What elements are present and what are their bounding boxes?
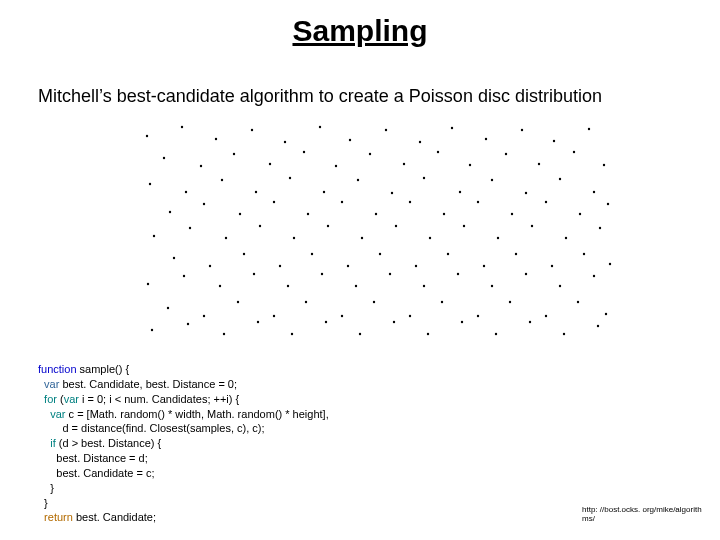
sample-point — [389, 273, 391, 275]
code-text: best. Candidate, best. Distance = 0; — [59, 378, 237, 390]
slide-title: Sampling — [0, 14, 720, 48]
sample-point — [361, 237, 363, 239]
sample-point — [441, 301, 443, 303]
sample-point — [525, 192, 527, 194]
sample-point — [419, 141, 421, 143]
code-keyword: var — [38, 408, 66, 420]
code-text: ( — [57, 393, 64, 405]
sample-point — [545, 315, 547, 317]
sample-point — [200, 165, 202, 167]
sample-point — [291, 333, 293, 335]
sample-point — [255, 191, 257, 193]
code-text: i = 0; i < num. Candidates; ++i) { — [79, 393, 239, 405]
code-block: function sample() { var best. Candidate,… — [38, 362, 329, 525]
sample-point — [583, 253, 585, 255]
sample-point — [563, 333, 565, 335]
sample-point — [529, 321, 531, 323]
sample-point — [393, 321, 395, 323]
sample-point — [167, 307, 169, 309]
sample-point — [485, 138, 487, 140]
sample-point — [429, 237, 431, 239]
sample-point — [243, 253, 245, 255]
code-text: (d > best. Distance) { — [56, 437, 161, 449]
sample-point — [289, 177, 291, 179]
sample-point — [511, 213, 513, 215]
code-text: d = distance(find. Closest(samples, c), … — [38, 422, 265, 434]
sample-point — [491, 179, 493, 181]
sample-point — [347, 265, 349, 267]
sample-point — [181, 126, 183, 128]
sample-point — [423, 285, 425, 287]
sample-point — [457, 273, 459, 275]
code-text: best. Distance = d; — [38, 452, 148, 464]
code-text: } — [38, 482, 54, 494]
sample-point — [497, 237, 499, 239]
sample-point — [559, 285, 561, 287]
sample-point — [225, 237, 227, 239]
sample-point — [349, 139, 351, 141]
sample-point — [273, 201, 275, 203]
sample-point — [163, 157, 165, 159]
sample-point — [409, 201, 411, 203]
code-keyword: return — [38, 511, 73, 523]
sample-point — [597, 325, 599, 327]
sample-point — [355, 285, 357, 287]
sample-point — [209, 265, 211, 267]
sample-point — [463, 225, 465, 227]
code-keyword: if — [38, 437, 56, 449]
sample-point — [187, 323, 189, 325]
sample-point — [559, 178, 561, 180]
sample-point — [409, 315, 411, 317]
sample-point — [491, 285, 493, 287]
sample-point — [403, 163, 405, 165]
sample-point — [253, 273, 255, 275]
code-text: sample() { — [77, 363, 130, 375]
sample-point — [573, 151, 575, 153]
sample-point — [521, 129, 523, 131]
sample-point — [437, 151, 439, 153]
code-keyword: function — [38, 363, 77, 375]
sample-point — [221, 179, 223, 181]
sample-point — [379, 253, 381, 255]
sample-point — [251, 129, 253, 131]
sample-point — [538, 163, 540, 165]
sample-point — [605, 313, 607, 315]
sample-point — [223, 333, 225, 335]
scatter-plot — [134, 118, 614, 342]
sample-point — [287, 285, 289, 287]
sample-point — [325, 321, 327, 323]
sample-point — [565, 237, 567, 239]
sample-point — [307, 213, 309, 215]
sample-point — [551, 265, 553, 267]
sample-point — [357, 179, 359, 181]
sample-point — [588, 128, 590, 130]
sample-point — [189, 227, 191, 229]
sample-point — [319, 126, 321, 128]
sample-point — [461, 321, 463, 323]
sample-point — [423, 177, 425, 179]
sample-point — [293, 237, 295, 239]
sample-point — [341, 201, 343, 203]
sample-point — [415, 265, 417, 267]
sample-point — [545, 201, 547, 203]
sample-point — [451, 127, 453, 129]
sample-point — [203, 315, 205, 317]
sample-point — [173, 257, 175, 259]
sample-point — [321, 273, 323, 275]
sample-point — [391, 192, 393, 194]
sample-point — [151, 329, 153, 331]
sample-point — [323, 191, 325, 193]
code-text: best. Candidate = c; — [38, 467, 154, 479]
sample-point — [185, 191, 187, 193]
slide-subtitle: Mitchell’s best-candidate algorithm to c… — [38, 86, 602, 107]
code-text: best. Candidate; — [73, 511, 156, 523]
sample-point — [233, 153, 235, 155]
sample-point — [593, 275, 595, 277]
sample-point — [269, 163, 271, 165]
sample-point — [146, 135, 148, 137]
sample-point — [183, 275, 185, 277]
sample-point — [447, 253, 449, 255]
sample-point — [607, 203, 609, 205]
sample-point — [259, 225, 261, 227]
sample-point — [577, 301, 579, 303]
